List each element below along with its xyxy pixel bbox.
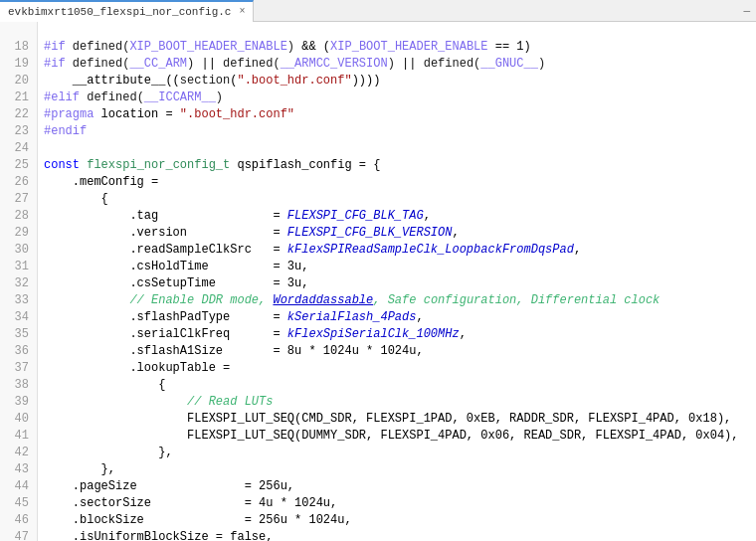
code-line: FLEXSPI_LUT_SEQ(DUMMY_SDR, FLEXSPI_4PAD,… — [44, 428, 756, 445]
code-line: .blockSize = 256u * 1024u, — [44, 512, 756, 529]
code-line: .sflashPadType = kSerialFlash_4Pads, — [44, 309, 756, 326]
tab-close-icon[interactable]: × — [239, 6, 245, 17]
code-line: FLEXSPI_LUT_SEQ(CMD_SDR, FLEXSPI_1PAD, 0… — [44, 411, 756, 428]
code-line: const flexspi_nor_config_t qspiflash_con… — [44, 157, 756, 174]
line-numbers: 18 19 20 21 22 23 24 25 26 27 28 29 30 3… — [0, 22, 38, 541]
code-line: __attribute__((section(".boot_hdr.conf")… — [44, 73, 756, 90]
tab-bar: evkbimxrt1050_flexspi_nor_config.c × — — [0, 0, 756, 22]
code-area: 18 19 20 21 22 23 24 25 26 27 28 29 30 3… — [0, 22, 756, 541]
code-line: .sectorSize = 4u * 1024u, — [44, 495, 756, 512]
code-line: #pragma location = ".boot_hdr.conf" — [44, 106, 756, 123]
code-line: // Enable DDR mode, Wordaddassable, Safe… — [44, 292, 756, 309]
editor-container: evkbimxrt1050_flexspi_nor_config.c × — 1… — [0, 0, 756, 541]
code-line: #if defined(__CC_ARM) || defined(__ARMCC… — [44, 56, 756, 73]
code-line — [44, 22, 756, 39]
code-line: .serialClkFreq = kFlexSpiSerialClk_100MH… — [44, 326, 756, 343]
code-line: { — [44, 377, 756, 394]
code-line: #if defined(XIP_BOOT_HEADER_ENABLE) && (… — [44, 39, 756, 56]
code-content[interactable]: #if defined(XIP_BOOT_HEADER_ENABLE) && (… — [38, 22, 756, 541]
code-line: // Read LUTs — [44, 394, 756, 411]
code-line: .memConfig = — [44, 174, 756, 191]
code-line: .csHoldTime = 3u, — [44, 259, 756, 275]
code-line: { — [44, 191, 756, 208]
code-line — [44, 140, 756, 157]
code-line: .tag = FLEXSPI_CFG_BLK_TAG, — [44, 208, 756, 225]
editor-tab[interactable]: evkbimxrt1050_flexspi_nor_config.c × — [0, 0, 254, 22]
code-line: .csSetupTime = 3u, — [44, 275, 756, 292]
code-line: .sflashA1Size = 8u * 1024u * 1024u, — [44, 343, 756, 360]
tab-filename: evkbimxrt1050_flexspi_nor_config.c — [8, 6, 231, 18]
code-line: .pageSize = 256u, — [44, 478, 756, 495]
minimize-button[interactable]: — — [743, 5, 750, 17]
code-line: .readSampleClkSrc = kFlexSPIReadSampleCl… — [44, 242, 756, 259]
code-line: }, — [44, 461, 756, 478]
code-line: #elif defined(__ICCARM__) — [44, 90, 756, 106]
code-line: #endif — [44, 123, 756, 140]
code-line: .version = FLEXSPI_CFG_BLK_VERSION, — [44, 225, 756, 242]
code-line: .isUniformBlockSize = false, — [44, 529, 756, 541]
code-line: .lookupTable = — [44, 360, 756, 377]
code-line: }, — [44, 445, 756, 461]
